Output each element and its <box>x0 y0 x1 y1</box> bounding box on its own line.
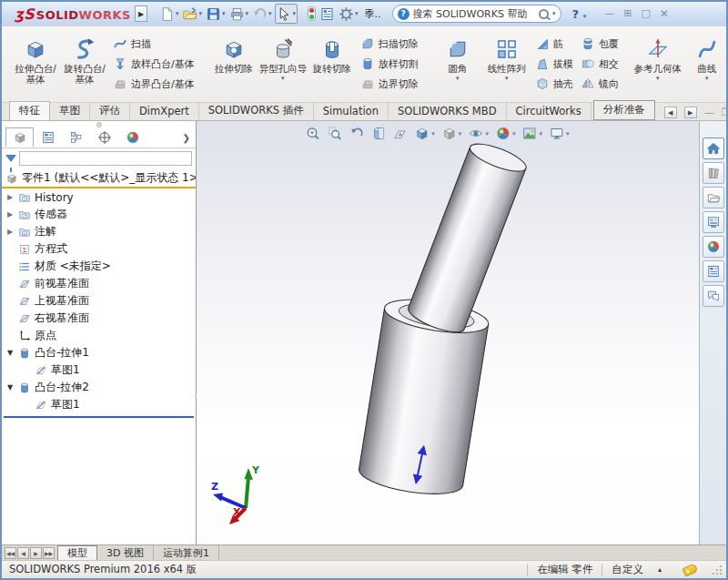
view-annotations-button[interactable] <box>392 126 408 141</box>
rollback-bar[interactable] <box>4 416 194 418</box>
open-file-button[interactable]: ▾ <box>181 4 203 24</box>
custom-dropdown-arrow[interactable]: ▴ <box>658 565 662 574</box>
previous-view-button[interactable] <box>349 126 364 141</box>
rib-button[interactable]: 筋 <box>531 35 577 53</box>
help-button[interactable]: ? ▾ <box>572 7 587 21</box>
lofted-cut-button[interactable]: 放样切割 <box>357 55 422 73</box>
new-file-button[interactable]: ▾ <box>158 4 180 24</box>
mirror-button[interactable]: 镜向 <box>577 75 622 93</box>
revolved-boss-button[interactable]: 旋转凸台/基体 <box>60 31 109 97</box>
tree-item-annotations[interactable]: ▶注解 <box>2 223 196 240</box>
revolved-cut-button[interactable]: 旋转切除 <box>308 31 357 97</box>
options-button[interactable]: ▾ <box>338 4 359 24</box>
hide-show-items-button[interactable]: ▾ <box>468 126 489 141</box>
select-button[interactable]: ▾ <box>275 4 298 24</box>
swept-cut-button[interactable]: 扫描切除 <box>357 35 422 53</box>
document-restore-button[interactable]: ❐ <box>722 108 728 117</box>
appearances-scenes-button[interactable] <box>703 236 724 258</box>
tab-dimxpert[interactable]: DimXpert <box>130 103 199 120</box>
save-button[interactable]: ▾ <box>205 4 227 24</box>
wrap-button[interactable]: 包覆 <box>577 35 622 53</box>
design-library-button[interactable] <box>703 162 724 184</box>
tab-circuitworks[interactable]: CircuitWorks <box>507 103 592 120</box>
shell-button[interactable]: 抽壳 <box>531 75 577 93</box>
zoom-to-fit-button[interactable] <box>305 126 320 141</box>
tree-item-sensors[interactable]: ▶传感器 <box>2 206 196 223</box>
view-orientation-button[interactable]: ▾ <box>414 126 435 141</box>
tree-item-history[interactable]: ▶History <box>2 188 196 206</box>
boundary-boss-button[interactable]: 边界凸台/基体 <box>109 75 198 93</box>
tree-item-equations[interactable]: 方程式 <box>2 240 196 258</box>
tab-mbd[interactable]: SOLIDWORKS MBD <box>389 103 507 120</box>
display-style-button[interactable]: ▾ <box>441 126 462 141</box>
view-palette-button[interactable] <box>703 211 724 233</box>
search-options-dropdown[interactable]: ▾ <box>552 10 556 17</box>
graphics-area[interactable]: ▾ ▾ ▾ ▾ ▾ ▾ Y Z X <box>197 121 699 544</box>
configurationmanager-tab[interactable] <box>62 127 90 148</box>
displaymanager-tab[interactable] <box>118 127 147 148</box>
dimxpertmanager-tab[interactable] <box>90 127 118 148</box>
boundary-cut-button[interactable]: 边界切除 <box>357 75 422 93</box>
tab-evaluate[interactable]: 评估 <box>90 102 130 120</box>
resize-grip[interactable] <box>712 565 723 575</box>
propertymanager-tab[interactable] <box>34 127 62 148</box>
search-box[interactable]: ? 搜索 SOLIDWORKS 帮助 ▾ <box>392 5 561 23</box>
tree-item-sketch1[interactable]: 草图1 <box>2 361 196 379</box>
reference-geometry-button[interactable]: 参考几何体 ▾ <box>633 31 682 97</box>
tab-addins[interactable]: SOLIDWORKS 插件 <box>199 102 314 120</box>
model-tab[interactable]: 模型 <box>57 545 97 560</box>
lofted-boss-button[interactable]: 放样凸台/基体 <box>109 55 198 73</box>
tag-icon[interactable] <box>682 563 699 576</box>
forum-button[interactable] <box>703 285 724 307</box>
file-properties-button[interactable] <box>318 4 336 24</box>
toolbar-overflow-label[interactable]: 季.. <box>365 7 381 21</box>
tab-scroll-right-button[interactable]: ▶ <box>684 107 697 118</box>
extruded-boss-button[interactable]: 拉伸凸台/基体 <box>11 31 60 97</box>
view-settings-button[interactable]: ▾ <box>549 126 570 141</box>
motion-study-tab[interactable]: 运动算例1 <box>154 545 219 560</box>
rebuild-button[interactable] <box>307 4 317 24</box>
status-custom-dropdown[interactable]: 自定义 <box>612 563 643 576</box>
task-pane-home-button[interactable] <box>703 137 724 159</box>
document-minimize-button[interactable]: — <box>704 108 714 117</box>
fillet-button[interactable]: 圆角 ▾ <box>433 31 482 97</box>
custom-properties-button[interactable] <box>703 260 724 282</box>
menu-flyout-button[interactable]: ▶ <box>135 5 147 22</box>
tree-item-boss-extrude1[interactable]: ▼凸台-拉伸1 <box>2 344 196 361</box>
maximize-button[interactable]: □ <box>641 9 650 18</box>
hole-wizard-button[interactable]: 异型孔向导 ▾ <box>258 31 308 97</box>
extruded-cut-button[interactable]: 拉伸切除 <box>209 31 258 97</box>
tab-scroll-left-button[interactable]: ◀ <box>664 107 677 118</box>
featuremanager-tab[interactable] <box>5 127 34 148</box>
panel-tabs-overflow[interactable]: ❯ <box>177 127 196 148</box>
minimize-button[interactable]: — <box>604 9 614 18</box>
restore-button[interactable]: ⊞ <box>623 9 632 18</box>
zoom-to-area-button[interactable] <box>327 126 342 141</box>
tree-item-boss-extrude2[interactable]: ▼凸台-拉伸2 <box>2 379 196 396</box>
search-magnifier-icon[interactable] <box>539 9 549 19</box>
tab-nav-last-button[interactable]: ▶▶ <box>43 547 55 559</box>
print-button[interactable]: ▾ <box>228 4 250 24</box>
tree-filter-input[interactable] <box>19 151 192 166</box>
tree-item-front-plane[interactable]: 前视基准面 <box>2 275 196 292</box>
part-model[interactable] <box>197 121 699 544</box>
tab-analysis-preparation[interactable]: 分析准备 <box>593 100 655 120</box>
tab-features[interactable]: 特征 <box>9 101 50 120</box>
edit-appearance-button[interactable]: ▾ <box>495 126 516 141</box>
draft-button[interactable]: 拔模 <box>531 55 577 73</box>
close-button[interactable]: ✕ <box>660 9 669 18</box>
search-input[interactable]: 搜索 SOLIDWORKS 帮助 <box>413 7 535 21</box>
3d-views-tab[interactable]: 3D 视图 <box>97 545 154 560</box>
curves-button[interactable]: 曲线 ▾ <box>682 31 728 97</box>
tree-item-material[interactable]: 材质 <未指定> <box>2 258 196 275</box>
tree-item-origin[interactable]: 原点 <box>2 327 196 344</box>
tab-simulation[interactable]: Simulation <box>314 103 389 120</box>
tab-nav-prev-button[interactable]: ◀ <box>17 547 29 559</box>
panel-collapse-handle[interactable] <box>2 121 196 127</box>
intersect-button[interactable]: 相交 <box>577 55 622 73</box>
swept-boss-button[interactable]: 扫描 <box>109 35 198 53</box>
undo-button[interactable]: ▾ <box>251 4 273 24</box>
tab-sketch[interactable]: 草图 <box>50 102 90 120</box>
linear-pattern-button[interactable]: 线性阵列 ▾ <box>482 31 531 97</box>
tree-item-top-plane[interactable]: 上视基准面 <box>2 292 196 310</box>
